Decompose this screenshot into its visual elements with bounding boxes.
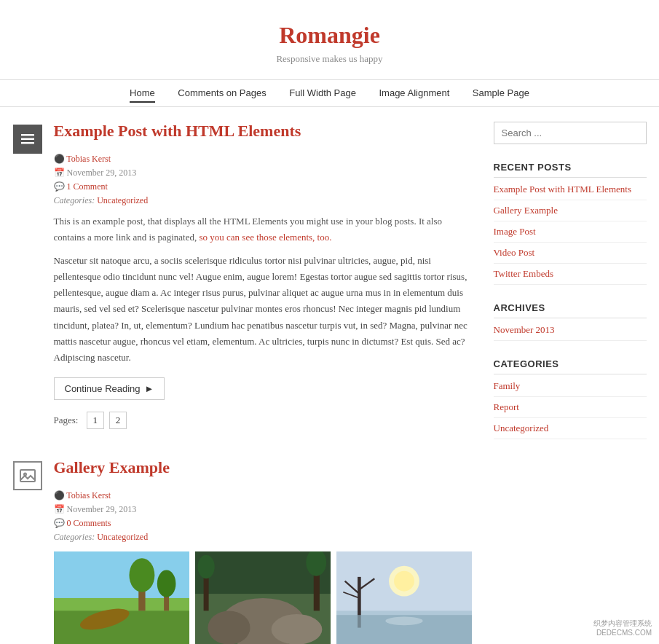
recent-post-link-5[interactable]: Twitter Embeds (494, 268, 554, 279)
post-comments: 💬 1 Comment (54, 181, 472, 192)
recent-post-item-3: Image Post (494, 226, 647, 243)
gallery-grid (54, 551, 472, 644)
category-link[interactable]: Uncategorized (97, 195, 148, 205)
post-body: This is an example post, that displays a… (54, 213, 472, 429)
recent-posts-list: Example Post with HTML Elements Gallery … (494, 184, 647, 285)
watermark-line2: DEDECMS.COM (593, 629, 652, 637)
gallery-thumb-1[interactable] (54, 551, 189, 644)
gallery-comments: 💬 0 Comments (54, 518, 472, 529)
gallery-category-link[interactable]: Uncategorized (97, 532, 148, 542)
category-item-1: Family (494, 380, 647, 397)
pages-label: Pages: (54, 415, 79, 425)
page-2-link[interactable]: 2 (109, 412, 127, 429)
post-excerpt-2: Nascetur sit natoque arcu, a sociis scel… (54, 253, 472, 366)
archive-item-1: November 2013 (494, 324, 647, 341)
site-title: Romangie (15, 22, 644, 49)
svg-rect-3 (20, 470, 35, 482)
categories-heading: CATEGORIES (494, 358, 647, 374)
author-link[interactable]: Tobias Kerst (66, 154, 111, 164)
gallery-thumb-2[interactable] (195, 551, 331, 644)
sidebar: RECENT POSTS Example Post with HTML Elem… (494, 122, 647, 644)
gallery-author-link[interactable]: Tobias Kerst (66, 490, 111, 500)
recent-post-item-5: Twitter Embeds (494, 268, 647, 285)
recent-post-item-4: Video Post (494, 247, 647, 264)
comments-link[interactable]: 1 Comment (67, 181, 108, 192)
gallery-post-meta: ⚫ Tobias Kerst 📅 November 29, 2013 💬 0 C… (54, 490, 472, 543)
categories-list: Family Report Uncategorized (494, 380, 647, 439)
recent-post-item-1: Example Post with HTML Elements (494, 184, 647, 200)
svg-rect-0 (21, 134, 34, 136)
gallery-author: ⚫ Tobias Kerst (54, 490, 472, 501)
svg-point-9 (129, 558, 154, 592)
continue-reading-button[interactable]: Continue Reading ► (54, 377, 165, 400)
post-pages: Pages: 1 2 (54, 412, 472, 429)
post-html-elements: Example Post with HTML Elements ⚫ Tobias… (13, 122, 472, 429)
categories-label: Categories: (54, 195, 98, 205)
watermark-line1: 织梦内容管理系统 (593, 619, 652, 629)
recent-post-link-4[interactable]: Video Post (494, 247, 535, 258)
gallery-header-row: Gallery Example (13, 458, 472, 490)
nav-item-image-alignment[interactable]: Image Alignment (379, 87, 449, 98)
archives-list: November 2013 (494, 324, 647, 341)
site-header: Romangie Responsive makes us happy (0, 0, 659, 80)
post-title: Example Post with HTML Elements (54, 122, 301, 141)
continue-label: Continue Reading (65, 383, 141, 394)
gallery-post-title: Gallery Example (54, 458, 170, 477)
content-wrapper: Example Post with HTML Elements ⚫ Tobias… (2, 107, 658, 644)
main-nav: Home Comments on Pages Full Width Page I… (0, 80, 659, 107)
recent-post-link-2[interactable]: Gallery Example (494, 205, 558, 216)
post-date-text: November 29, 2013 (67, 168, 137, 178)
post-title-link[interactable]: Example Post with HTML Elements (54, 122, 301, 140)
post-date: 📅 November 29, 2013 (54, 168, 472, 178)
gallery-categories-label: Categories: (54, 532, 98, 542)
post-header-row: Example Post with HTML Elements (13, 122, 472, 154)
recent-posts-heading: RECENT POSTS (494, 162, 647, 178)
nav-item-home[interactable]: Home (130, 87, 155, 103)
gallery-thumb-3[interactable] (336, 551, 472, 644)
sidebar-archives: ARCHIVES November 2013 (494, 302, 647, 341)
main-content: Example Post with HTML Elements ⚫ Tobias… (13, 122, 494, 644)
post-author: ⚫ Tobias Kerst (54, 154, 472, 165)
category-item-2: Report (494, 401, 647, 418)
page-1-link[interactable]: 1 (87, 412, 104, 429)
recent-post-link-1[interactable]: Example Post with HTML Elements (494, 184, 631, 195)
post-gallery: Gallery Example ⚫ Tobias Kerst 📅 Novembe… (13, 458, 472, 644)
gallery-comments-link[interactable]: 0 Comments (67, 518, 111, 528)
post-excerpt-1: This is an example post, that displays a… (54, 213, 472, 246)
recent-post-link-3[interactable]: Image Post (494, 226, 536, 237)
svg-point-25 (394, 571, 414, 592)
arrow-icon: ► (145, 383, 154, 394)
nav-item-sample[interactable]: Sample Page (473, 87, 529, 98)
svg-rect-1 (21, 138, 34, 141)
nav-item-comments[interactable]: Comments on Pages (178, 87, 266, 98)
gallery-categories: Categories: Uncategorized (54, 532, 472, 543)
gallery-date-text: November 29, 2013 (67, 504, 137, 514)
category-item-3: Uncategorized (494, 423, 647, 439)
post-categories: Categories: Uncategorized (54, 195, 472, 206)
svg-rect-2 (21, 142, 34, 144)
archives-heading: ARCHIVES (494, 302, 647, 318)
gallery-date: 📅 November 29, 2013 (54, 504, 472, 515)
category-link-report[interactable]: Report (494, 401, 519, 412)
svg-point-17 (271, 614, 322, 644)
category-link-family[interactable]: Family (494, 380, 521, 391)
sidebar-recent-posts: RECENT POSTS Example Post with HTML Elem… (494, 162, 647, 285)
gallery-title-link[interactable]: Gallery Example (54, 458, 170, 476)
svg-point-11 (157, 570, 175, 597)
gallery-post-icon (13, 461, 42, 490)
recent-post-item-2: Gallery Example (494, 205, 647, 221)
svg-point-19 (197, 554, 214, 578)
sidebar-search (494, 122, 647, 144)
post-meta: ⚫ Tobias Kerst 📅 November 29, 2013 💬 1 C… (54, 154, 472, 206)
lines-icon (13, 125, 42, 154)
archive-link-1[interactable]: November 2013 (494, 324, 555, 335)
excerpt-highlight: so you can see those elements, too. (200, 232, 332, 243)
search-input[interactable] (494, 122, 647, 144)
svg-point-16 (208, 610, 250, 644)
svg-point-31 (385, 616, 422, 625)
footer-watermark: 织梦内容管理系统 DEDECMS.COM (593, 619, 652, 637)
site-tagline: Responsive makes us happy (15, 53, 644, 65)
category-link-uncategorized[interactable]: Uncategorized (494, 423, 549, 433)
nav-item-fullwidth[interactable]: Full Width Page (289, 87, 356, 98)
sidebar-categories: CATEGORIES Family Report Uncategorized (494, 358, 647, 439)
